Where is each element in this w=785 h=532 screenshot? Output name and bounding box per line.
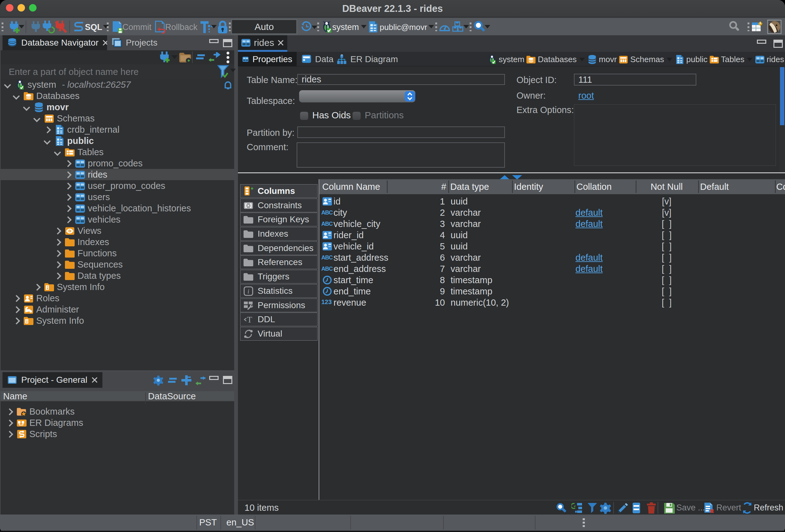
svg-text:i: i xyxy=(248,287,250,295)
svg-text:T: T xyxy=(247,315,252,324)
